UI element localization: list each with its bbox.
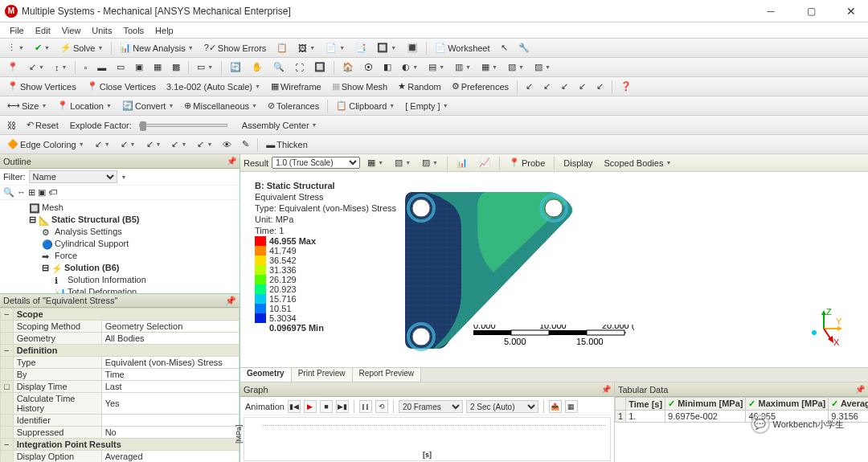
view-icon-8[interactable]: ▨▼: [530, 60, 555, 74]
sel-face-icon[interactable]: ▭: [113, 60, 129, 74]
worksheet-button[interactable]: 📄Worksheet: [431, 41, 493, 55]
preferences-button[interactable]: ⚙ Preferences: [448, 80, 513, 93]
val-by[interactable]: Time: [101, 369, 239, 381]
anim-settings-button[interactable]: ▦: [565, 400, 578, 413]
tb-icon-4[interactable]: 📑: [351, 41, 371, 55]
menu-edit[interactable]: Edit: [31, 24, 55, 37]
scoped-bodies-dropdown[interactable]: Scoped Bodies ▼: [600, 157, 675, 170]
anim-last-button[interactable]: ▶▮: [336, 400, 349, 413]
tree-force[interactable]: ➡Force: [16, 250, 240, 262]
graph-pin-icon[interactable]: 📌: [601, 385, 611, 394]
empty-button[interactable]: [ Empty ] ▼: [401, 100, 452, 112]
view-icon-4[interactable]: ▤▼: [424, 60, 448, 74]
rotate-icon[interactable]: 🔄: [226, 60, 245, 74]
view-icon-5[interactable]: ▥▼: [451, 60, 475, 74]
frames-select[interactable]: 20 Frames: [399, 400, 463, 413]
details-pin-icon[interactable]: 📌: [225, 296, 236, 306]
val-suppressed[interactable]: No: [101, 427, 239, 439]
coordinate-triad[interactable]: Z Y X: [804, 309, 844, 349]
tree-mesh[interactable]: 🔲Mesh: [16, 202, 240, 214]
tree-cylindrical-support[interactable]: 🔵Cylindrical Support: [16, 238, 240, 250]
pan-icon[interactable]: ✋: [248, 60, 267, 74]
tree-total-deformation[interactable]: 📊Total Deformation: [16, 286, 240, 293]
menu-tools[interactable]: Tools: [118, 24, 149, 37]
col-min[interactable]: ✓ Minimum [MPa]: [665, 398, 746, 411]
col-time[interactable]: Time [s]: [626, 398, 665, 411]
filter-clear-icon[interactable]: 🔍: [3, 187, 14, 198]
cat-toggle-3[interactable]: −: [1, 439, 14, 451]
show-errors-button[interactable]: ?✓ Show Errors: [200, 41, 271, 55]
tab-geometry[interactable]: Geometry: [240, 368, 292, 382]
tb-icon-2[interactable]: 🖼▼: [294, 42, 319, 55]
edge-coloring-button[interactable]: 🔶 Edge Coloring ▼: [3, 137, 88, 151]
tb-icon-1[interactable]: 📋: [272, 41, 292, 55]
minimize-button[interactable]: ─: [759, 3, 783, 19]
edge-btn-3[interactable]: ↙▼: [142, 137, 166, 151]
box-select-icon[interactable]: ▭▼: [193, 60, 217, 74]
zoom-fit-icon[interactable]: ⛶: [291, 61, 308, 74]
menu-file[interactable]: File: [5, 24, 29, 37]
random-button[interactable]: ★ Random: [394, 80, 445, 93]
new-analysis-button[interactable]: 📊 New Analysis ▼: [116, 41, 197, 55]
result-scale-select[interactable]: 1.0 (True Scale): [272, 157, 360, 169]
coord-ctrl-3[interactable]: ↙: [557, 80, 572, 93]
edge-btn-2[interactable]: ↙▼: [117, 137, 140, 151]
tree-solution-info[interactable]: ℹSolution Information: [16, 274, 240, 286]
result-icon-3[interactable]: ▨▼: [418, 156, 442, 170]
val-calc-time[interactable]: Yes: [101, 393, 239, 415]
viewport[interactable]: B: Static Structural Equivalent Stress T…: [240, 172, 868, 367]
filter-expand-icon[interactable]: ↔: [17, 187, 26, 198]
zoom-box-icon[interactable]: 🔲: [310, 60, 330, 74]
edge-btn-1[interactable]: ↙▼: [91, 137, 114, 151]
show-vertices-button[interactable]: 📍 Show Vertices: [3, 80, 80, 93]
show-mesh-button[interactable]: ▦ Show Mesh: [328, 80, 391, 93]
view-icon-2[interactable]: ⦿: [360, 61, 377, 74]
location-button[interactable]: 📍 Location ▼: [53, 99, 116, 112]
val-identifier[interactable]: [101, 415, 239, 427]
tolerances-button[interactable]: ⊘ Tolerances: [264, 99, 323, 112]
val-geometry[interactable]: All Bodies: [101, 333, 239, 345]
graph-chart[interactable]: [MPa] [s]: [244, 417, 611, 461]
anim-mode-1[interactable]: ⫿⫿: [359, 400, 372, 413]
tb-icon-5[interactable]: 🔲▼: [373, 41, 400, 55]
solve-button[interactable]: ⚡ Solve ▼: [56, 41, 107, 55]
view-icon-7[interactable]: ▧▼: [504, 60, 528, 74]
outline-gear-icon[interactable]: 📌: [227, 157, 236, 166]
tree-solution[interactable]: ⊟ ⚡Solution (B6): [16, 262, 240, 274]
val-type[interactable]: Equivalent (von-Mises) Stress: [101, 357, 239, 369]
maximize-button[interactable]: ▢: [799, 3, 823, 19]
explode-slider[interactable]: [139, 124, 227, 127]
check-icon[interactable]: ✔▼: [31, 41, 54, 55]
filter-tree-icon[interactable]: ⊞: [28, 187, 35, 198]
convert-button[interactable]: 🔄 Convert ▼: [118, 99, 178, 112]
tb-icon-3[interactable]: 📄▼: [321, 41, 349, 55]
result-icon-4[interactable]: 📊: [452, 156, 472, 170]
cat-toggle[interactable]: −: [1, 309, 14, 321]
col-max[interactable]: ✓ Maximum [MPa]: [746, 398, 829, 411]
menu-view[interactable]: View: [57, 24, 86, 37]
filter-select[interactable]: Name: [29, 170, 117, 183]
tb-icon-6[interactable]: 🔳: [403, 41, 422, 55]
val-display-option[interactable]: Averaged: [101, 451, 239, 463]
table-row[interactable]: 1 1. 9.6975e-002 46.955 9.3156: [616, 411, 869, 423]
view-icon-6[interactable]: ▦▼: [477, 60, 502, 74]
sel-edge-icon[interactable]: ▬: [93, 61, 110, 74]
clipboard-button[interactable]: 📋 Clipboard ▼: [332, 99, 399, 112]
dropdown-icon[interactable]: ⋮▼: [3, 41, 28, 55]
menu-units[interactable]: Units: [87, 24, 117, 37]
result-icon-1[interactable]: ▦▼: [363, 156, 387, 170]
result-icon-2[interactable]: ▧▼: [391, 156, 415, 170]
sel-elem-icon[interactable]: ▩: [168, 60, 184, 74]
filter-tag-icon[interactable]: 🏷: [48, 187, 57, 198]
assembly-center-dropdown[interactable]: Assembly Center ▼: [238, 119, 321, 132]
result-icon-5[interactable]: 📈: [475, 156, 494, 170]
anim-export-button[interactable]: 📤: [549, 400, 562, 413]
coord-ctrl-4[interactable]: ↙: [575, 80, 590, 93]
pointer-icon[interactable]: ↖: [497, 41, 512, 55]
edge-btn-4[interactable]: ↙▼: [167, 137, 190, 151]
close-button[interactable]: ✕: [839, 3, 863, 19]
tab-print-preview[interactable]: Print Preview: [292, 368, 353, 382]
coord-ctrl-1[interactable]: ↙: [522, 80, 537, 93]
eye-icon[interactable]: 👁: [219, 138, 235, 151]
display-button[interactable]: Display: [559, 157, 596, 170]
